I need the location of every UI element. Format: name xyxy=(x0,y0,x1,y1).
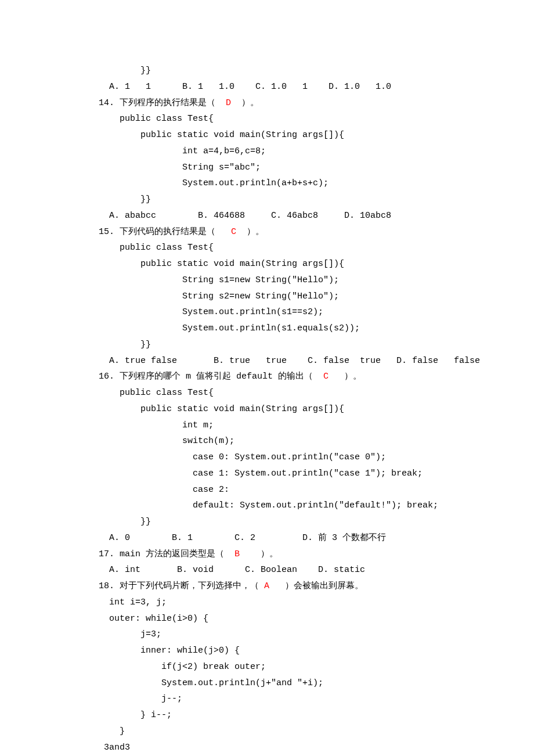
text-line: public class Test{ xyxy=(99,111,435,127)
text-line: } i--; xyxy=(99,707,435,723)
text-line: public class Test{ xyxy=(99,385,435,401)
text-segment: ）。 xyxy=(231,98,259,108)
text-segment: 15. 下列代码的执行结果是（ xyxy=(99,227,231,237)
answer-letter: C xyxy=(323,372,329,381)
text-line: A. true false B. true true C. false true… xyxy=(99,353,435,369)
text-segment: ）会被输出到屏幕。 xyxy=(269,581,363,591)
answer-letter: B xyxy=(234,549,240,559)
text-line: String s1=new String("Hello"); xyxy=(99,272,435,289)
text-line: if(j<2) break outer; xyxy=(99,659,435,675)
text-line: System.out.println(s1==s2); xyxy=(99,304,435,321)
text-line: case 2: xyxy=(99,482,435,498)
text-line: A. ababcc B. 464688 C. 46abc8 D. 10abc8 xyxy=(99,208,435,224)
text-line: switch(m); xyxy=(99,433,435,449)
answer-letter: C xyxy=(231,227,236,237)
text-line: default: System.out.println("default!");… xyxy=(99,498,435,514)
text-line: 14. 下列程序的执行结果是（ D ）。 xyxy=(99,95,435,111)
text-segment: ）。 xyxy=(236,227,264,237)
text-line: public class Test{ xyxy=(99,240,435,256)
text-line: System.out.println(s1.equals(s2)); xyxy=(99,321,435,337)
text-line: 16. 下列程序的哪个 m 值将引起 default 的输出（ C ）。 xyxy=(99,369,435,385)
text-line: 17. main 方法的返回类型是（ B ）。 xyxy=(99,546,435,563)
text-line: case 1: System.out.println("case 1"); br… xyxy=(99,466,435,482)
text-line: case 0: System.out.println("case 0"); xyxy=(99,449,435,466)
text-line: int a=4,b=6,c=8; xyxy=(99,143,435,160)
text-line: A. 0 B. 1 C. 2 D. 前 3 个数都不行 xyxy=(99,530,435,546)
text-line: j--; xyxy=(99,691,435,707)
text-line: int i=3, j; xyxy=(99,595,435,611)
text-segment: A. 0 B. 1 C. 2 D. 前 3 个数都不行 xyxy=(109,533,386,543)
text-line: String s="abc"; xyxy=(99,160,435,176)
text-segment: 18. 对于下列代码片断，下列选择中，（ xyxy=(99,581,264,591)
text-line: public static void main(String args[]){ xyxy=(99,127,435,143)
text-line: }} xyxy=(99,63,435,79)
text-segment: A. 1 1 B. 1 1.0 C. 1.0 1 D. 1.0 1.0 xyxy=(109,82,391,92)
text-line: int m; xyxy=(99,417,435,434)
text-line: public static void main(String args[]){ xyxy=(99,256,435,272)
text-line: 15. 下列代码的执行结果是（ C ）。 xyxy=(99,224,435,240)
text-segment: A. true false B. true true C. false true… xyxy=(109,356,480,366)
document-content: }} A. 1 1 B. 1 1.0 C. 1.0 1 D. 1.0 1.014… xyxy=(99,63,435,756)
text-line: String s2=new String("Hello"); xyxy=(99,289,435,305)
text-segment: 17. main 方法的返回类型是（ xyxy=(99,549,234,559)
text-line: System.out.println(j+"and "+i); xyxy=(99,675,435,692)
text-segment: 14. 下列程序的执行结果是（ xyxy=(99,98,226,108)
text-line: A. 1 1 B. 1 1.0 C. 1.0 1 D. 1.0 1.0 xyxy=(99,79,435,95)
text-segment: ）。 xyxy=(329,372,362,381)
text-segment: ）。 xyxy=(240,549,278,559)
document-page: }} A. 1 1 B. 1 1.0 C. 1.0 1 D. 1.0 1.014… xyxy=(0,0,534,756)
text-line: A. int B. void C. Boolean D. static xyxy=(99,562,435,578)
text-line: public static void main(String args[]){ xyxy=(99,401,435,417)
text-line: }} xyxy=(99,514,435,530)
text-segment: 16. 下列程序的哪个 m 值将引起 default 的输出（ xyxy=(99,372,323,381)
answer-letter: A xyxy=(264,581,269,591)
text-line: }} xyxy=(99,192,435,208)
text-line: System.out.println(a+b+s+c); xyxy=(99,175,435,192)
text-segment: A. int B. void C. Boolean D. static xyxy=(109,565,365,575)
text-segment: A. ababcc B. 464688 C. 46abc8 D. 10abc8 xyxy=(109,211,391,221)
text-line: inner: while(j>0) { xyxy=(99,643,435,659)
text-line: 3and3 xyxy=(99,740,435,756)
answer-letter: D xyxy=(226,98,231,108)
text-line: }} xyxy=(99,337,435,353)
text-line: outer: while(i>0) { xyxy=(99,611,435,627)
text-line: j=3; xyxy=(99,627,435,643)
text-line: } xyxy=(99,723,435,740)
text-line: 18. 对于下列代码片断，下列选择中，（ A ）会被输出到屏幕。 xyxy=(99,578,435,595)
